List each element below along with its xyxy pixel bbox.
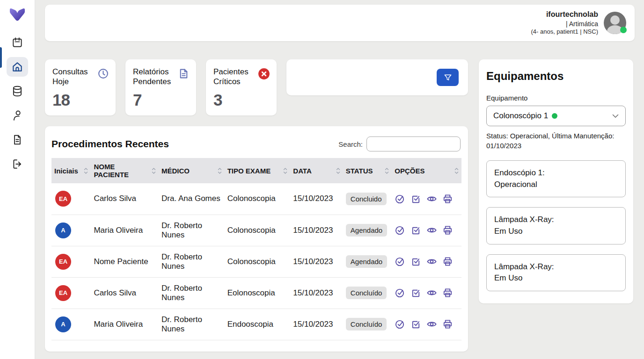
operational-dot-icon [552, 113, 557, 119]
sort-icon [218, 167, 222, 174]
stat-value: 18 [52, 91, 109, 109]
stat-label: Consultas Hoje [52, 67, 97, 87]
patient-initials-avatar: EA [55, 191, 71, 207]
eye-icon[interactable] [426, 256, 437, 267]
logout-icon [11, 158, 23, 170]
row-actions [395, 256, 459, 267]
row-actions [395, 225, 459, 236]
column-header-opcoes[interactable]: OPÇÕES [392, 158, 461, 183]
row-actions [395, 287, 459, 298]
equipment-card: Lâmpada X-Ray: Em Uso [486, 254, 626, 291]
stat-card-consultas: Consultas Hoje 18 [45, 59, 116, 115]
sidebar-item-calendar[interactable] [7, 33, 28, 52]
stats-row: Consultas Hoje 18 Relatórios Pendentes [45, 59, 468, 115]
equipment-card: Endoscópio 1: Operacional [486, 160, 626, 197]
row-actions [395, 319, 459, 330]
avatar[interactable] [604, 12, 626, 34]
table-row: EA Carlos Silva Dra. Ana Gomes Colonosco… [51, 183, 461, 215]
online-status-dot [620, 27, 627, 33]
circle-check-icon[interactable] [395, 319, 405, 330]
exam-type-cell: Eolonoscopia [225, 277, 291, 309]
checkbox-check-icon[interactable] [410, 225, 421, 236]
sidebar-item-database[interactable] [7, 81, 28, 101]
patient-name-cell: Nome Paciente [91, 246, 159, 277]
checkbox-check-icon[interactable] [410, 319, 421, 330]
column-header-tipo-exame[interactable]: TIPO EXAME [225, 158, 291, 183]
home-icon [11, 61, 23, 73]
critical-icon [258, 68, 270, 82]
doctor-cell: Dr. Roberto Nunes [159, 309, 225, 340]
document-icon [11, 134, 23, 146]
procedures-table: Iniciais NOME PACIENTE MÉDICO TIPO EXAME… [51, 158, 461, 340]
circle-check-icon[interactable] [395, 287, 405, 298]
column-header-status[interactable]: STATUS [343, 158, 392, 183]
sidebar-item-patients[interactable] [7, 106, 28, 125]
filter-button[interactable] [437, 69, 459, 86]
doctor-cell: Dra. Ana Gomes [159, 183, 225, 215]
circle-check-icon[interactable] [395, 194, 405, 204]
exam-type-cell: Endooscopia [225, 309, 291, 340]
column-header-iniciais[interactable]: Iniciais [51, 158, 91, 183]
status-badge: Agendado [346, 224, 387, 237]
sort-icon [283, 167, 287, 174]
procedures-title: Procedimentos Recentes [51, 138, 169, 150]
column-header-data[interactable]: DATA [290, 158, 343, 183]
table-row: A Maria Oliveira Dr. Roberto Nunes Endoo… [51, 309, 461, 340]
patient-initials-avatar: A [55, 316, 71, 332]
sidebar-item-home[interactable] [7, 57, 28, 77]
circle-check-icon[interactable] [395, 256, 405, 267]
main-content: ifourtechnolab | Artimática (4- anos, pa… [35, 0, 644, 359]
checkbox-check-icon[interactable] [410, 287, 421, 298]
patient-name-cell: Carlos Silva [91, 277, 159, 309]
equipment-title: Equipamentos [486, 70, 626, 83]
circle-check-icon[interactable] [395, 225, 405, 236]
sidebar [0, 0, 35, 359]
clock-icon [97, 68, 109, 81]
equipment-card-status: Em Uso [494, 226, 618, 237]
equipment-card-name: Lâmpada X-Ray: [494, 261, 618, 273]
status-badge: Concluido [346, 193, 387, 205]
dashboard-left-column: Consultas Hoje 18 Relatórios Pendentes [45, 59, 468, 352]
sidebar-item-reports[interactable] [7, 130, 28, 150]
eye-icon[interactable] [426, 287, 437, 298]
top-bar: ifourtechnolab | Artimática (4- anos, pa… [45, 5, 635, 41]
calendar-icon [11, 36, 23, 49]
org-name: ifourtechnolab [531, 10, 598, 20]
equipment-card-name: Lâmpada X-Ray: [494, 214, 618, 226]
search-label: Search: [338, 140, 363, 148]
doctor-cell: Dr. Roberto Nunes [159, 277, 225, 309]
doctor-cell: Dr. Roberto Nunes [159, 246, 225, 277]
equipment-card-name: Endoscópio 1: [494, 167, 618, 179]
date-cell: 15/10/2023 [290, 183, 343, 215]
equipment-select[interactable]: Colonoscópio 1 [486, 106, 626, 126]
exam-type-cell: Colonoscopia [225, 215, 291, 246]
sidebar-item-logout[interactable] [7, 154, 28, 174]
checkbox-check-icon[interactable] [410, 194, 421, 204]
column-header-medico[interactable]: MÉDICO [159, 158, 225, 183]
date-cell: 15/10/2023 [290, 309, 343, 340]
eye-icon[interactable] [426, 319, 437, 330]
column-header-nome-paciente[interactable]: NOME PACIENTE [91, 158, 159, 183]
checkbox-check-icon[interactable] [410, 256, 421, 267]
printer-icon[interactable] [442, 194, 453, 204]
funnel-icon [443, 73, 453, 82]
sort-icon [454, 167, 459, 174]
patient-initials-avatar: EA [55, 285, 71, 301]
printer-icon[interactable] [442, 287, 453, 298]
stat-value: 7 [133, 91, 190, 109]
app-logo-icon [7, 6, 27, 24]
eye-icon[interactable] [426, 225, 437, 236]
eye-icon[interactable] [426, 194, 437, 204]
printer-icon[interactable] [442, 319, 453, 330]
table-row: EA Carlos Silva Dr. Roberto Nunes Eolono… [51, 277, 461, 309]
printer-icon[interactable] [442, 225, 453, 236]
stat-value: 3 [213, 91, 270, 109]
report-icon [178, 68, 190, 81]
exam-type-cell: Colonoscopia [225, 246, 291, 277]
procedures-card: Procedimentos Recentes Search: Iniciais [45, 126, 468, 352]
search-input[interactable] [366, 136, 461, 151]
table-header-row: Iniciais NOME PACIENTE MÉDICO TIPO EXAME… [51, 158, 461, 183]
printer-icon[interactable] [442, 256, 453, 267]
patient-initials-avatar: A [55, 223, 71, 238]
equipment-status-line: Status: Operacional, Última Manutenção: … [486, 131, 626, 151]
